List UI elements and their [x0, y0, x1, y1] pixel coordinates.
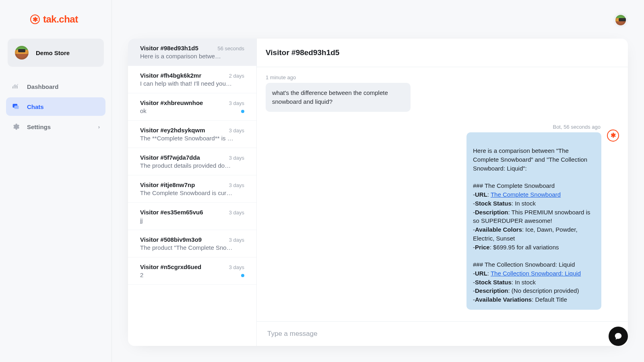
logo-text: tak.chat [43, 14, 78, 25]
chat-preview: The product "The Complete Sno… [140, 244, 244, 251]
sidebar: ✱ tak.chat Demo Store Dashboard Chats [0, 0, 112, 362]
chat-time: 3 days [229, 155, 244, 161]
chat-preview: Here is a comparison betwe… [140, 53, 244, 60]
store-name: Demo Store [36, 49, 70, 56]
main: Visitor #98ed93h1d5 56 seconds Here is a… [112, 0, 644, 362]
chat-preview: jj [140, 217, 244, 224]
bot-message: Here is a comparison between "The Comple… [466, 132, 601, 310]
chat-visitor-name: Visitor #itje8nw7np [140, 181, 195, 188]
chevron-right-icon: › [98, 124, 100, 130]
conversation-header: Visitor #98ed93h1d5 [257, 39, 628, 67]
chat-panel: Visitor #98ed93h1d5 56 seconds Here is a… [128, 39, 628, 346]
chat-bubble-icon [614, 332, 623, 341]
chat-preview: ok [140, 107, 244, 114]
chat-visitor-name: Visitor #98ed93h1d5 [140, 45, 198, 51]
account-avatar[interactable] [613, 13, 628, 27]
chat-visitor-name: Visitor #fh4bgk6k2mr [140, 72, 201, 79]
analytics-icon [12, 82, 20, 90]
chat-time: 3 days [229, 210, 244, 216]
chat-visitor-name: Visitor #5f7wjda7dda [140, 154, 200, 161]
chat-time: 3 days [229, 128, 244, 134]
conversation-body[interactable]: 1 minute ago what's the difference betwe… [257, 67, 628, 321]
chat-list-item[interactable]: Visitor #itje8nw7np 3 days The Complete … [128, 175, 256, 203]
conversation: Visitor #98ed93h1d5 1 minute ago what's … [257, 39, 628, 346]
chat-preview: 2 [140, 272, 244, 278]
bot-message-time: Bot, 56 seconds ago [266, 124, 619, 130]
gear-icon [12, 123, 20, 131]
conversation-title: Visitor #98ed93h1d5 [266, 48, 619, 57]
unread-dot-icon [241, 110, 244, 113]
help-fab[interactable] [609, 327, 628, 346]
chat-list-item[interactable]: Visitor #98ed93h1d5 56 seconds Here is a… [128, 39, 256, 66]
chat-time: 3 days [229, 100, 244, 106]
chat-preview: I can help with that! I'll need you… [140, 80, 244, 87]
chat-list-item[interactable]: Visitor #n5cgrxd6ued 3 days 2 [128, 257, 256, 285]
chat-list-item[interactable]: Visitor #xhbreuwnhoe 3 days ok [128, 93, 256, 121]
chat-time: 3 days [229, 182, 244, 188]
nav-dashboard[interactable]: Dashboard [6, 77, 105, 96]
user-message-time: 1 minute ago [266, 74, 619, 80]
svg-rect-1 [14, 106, 19, 109]
chat-list-item[interactable]: Visitor #es35em65vu6 3 days jj [128, 203, 256, 230]
chat-visitor-name: Visitor #xhbreuwnhoe [140, 99, 203, 106]
user-avatar-icon [615, 15, 626, 25]
nav-dashboard-label: Dashboard [27, 83, 58, 90]
nav: Dashboard Chats Settings › [6, 77, 105, 136]
nav-chats[interactable]: Chats [6, 97, 105, 116]
chat-preview: The Complete Snowboard is cur… [140, 189, 244, 196]
chat-visitor-name: Visitor #es35em65vu6 [140, 209, 203, 216]
logo[interactable]: ✱ tak.chat [6, 14, 105, 25]
composer [257, 321, 628, 346]
chat-icon [12, 103, 20, 111]
chat-preview: The product details provided do… [140, 162, 244, 169]
store-avatar-icon [15, 46, 29, 60]
chat-time: 2 days [229, 73, 244, 79]
logo-mark-icon: ✱ [30, 14, 40, 24]
chat-visitor-name: Visitor #n5cgrxd6ued [140, 263, 201, 270]
user-message: what's the difference between the comple… [266, 83, 411, 112]
chat-preview: The **Complete Snowboard** is … [140, 135, 244, 142]
product-link-complete[interactable]: The Complete Snowboard [491, 191, 561, 198]
chat-time: 3 days [229, 264, 244, 270]
nav-settings[interactable]: Settings › [6, 117, 105, 136]
chat-visitor-name: Visitor #508biv9m3o9 [140, 236, 202, 243]
chat-list-item[interactable]: Visitor #5f7wjda7dda 3 days The product … [128, 148, 256, 175]
bot-avatar-icon: ✱ [607, 130, 619, 142]
chat-visitor-name: Visitor #ey2hdsykqwm [140, 127, 205, 134]
chat-list[interactable]: Visitor #98ed93h1d5 56 seconds Here is a… [128, 39, 257, 346]
message-input[interactable] [267, 330, 617, 338]
chat-list-item[interactable]: Visitor #ey2hdsykqwm 3 days The **Comple… [128, 121, 256, 148]
nav-chats-label: Chats [27, 103, 44, 110]
store-selector[interactable]: Demo Store [8, 39, 104, 67]
chat-time: 56 seconds [218, 45, 245, 51]
nav-settings-label: Settings [27, 123, 51, 130]
chat-time: 3 days [229, 237, 244, 243]
chat-list-item[interactable]: Visitor #fh4bgk6k2mr 2 days I can help w… [128, 66, 256, 93]
product-link-liquid[interactable]: The Collection Snowboard: Liquid [491, 270, 581, 277]
unread-dot-icon [241, 274, 244, 277]
chat-list-item[interactable]: Visitor #508biv9m3o9 3 days The product … [128, 230, 256, 257]
